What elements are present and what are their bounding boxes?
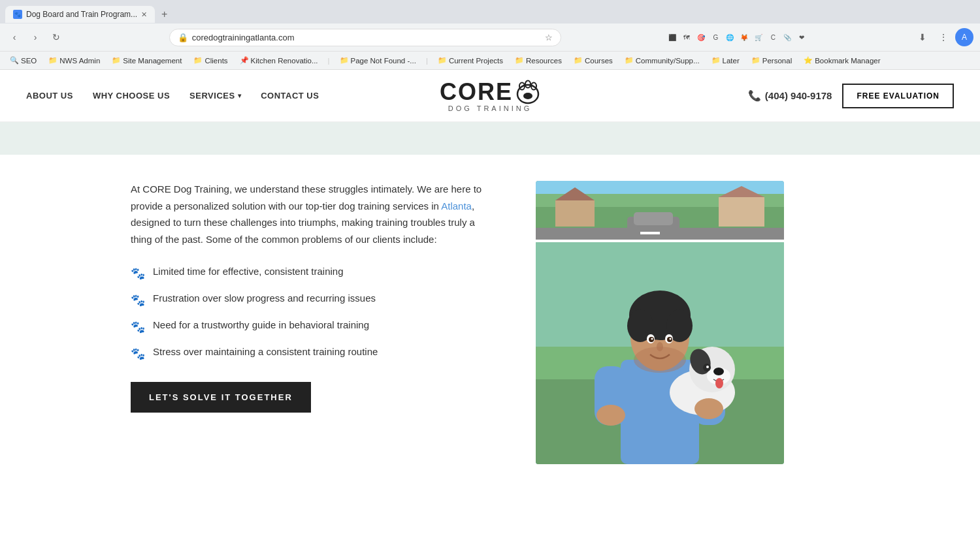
bookmark-label: Page Not Found -...: [351, 57, 416, 65]
bookmark-kitchen[interactable]: 📌 Kitchen Renovatio...: [237, 55, 321, 66]
nav-why-choose-us[interactable]: WHY CHOOSE US: [93, 91, 170, 101]
url-text: coredogtrainingatlanta.com: [192, 33, 295, 42]
bookmark-label: Current Projects: [449, 57, 503, 65]
bookmark-label: Resources: [526, 57, 562, 65]
paw-bullet-icon: 🐾: [131, 293, 145, 307]
back-button[interactable]: ‹: [7, 29, 22, 45]
list-item: 🐾 Stress over maintaining a consistent t…: [131, 346, 497, 361]
ext-icon-5[interactable]: 🌐: [723, 31, 736, 44]
bookmark-current[interactable]: 📁 Current Projects: [434, 55, 506, 66]
svg-point-34: [634, 347, 686, 373]
bookmark-resources[interactable]: 📁 Resources: [512, 55, 565, 66]
bookmark-later[interactable]: 📁 Later: [708, 55, 743, 66]
separator: |: [328, 57, 330, 65]
tab-bar: 🐾 Dog Board and Train Program... ✕ +: [0, 0, 980, 24]
services-label: SERVICES: [189, 91, 235, 101]
problem-text: Stress over maintaining a consistent tra…: [153, 346, 378, 357]
star-icon[interactable]: ☆: [545, 33, 553, 42]
dogs-decoration: [0, 529, 327, 551]
bookmark-label: Bookmark Manager: [815, 57, 880, 65]
phone-number: (404) 940-9178: [765, 90, 832, 101]
browser-chrome: 🐾 Dog Board and Train Program... ✕ + ‹ ›…: [0, 0, 980, 70]
bookmark-icon: 📁: [193, 56, 203, 65]
bookmark-label: Clients: [204, 57, 227, 65]
forward-button[interactable]: ›: [27, 29, 43, 45]
ext-icon-10[interactable]: ❤: [795, 31, 808, 44]
bookmark-pagenotfound[interactable]: 📁 Page Not Found -...: [336, 55, 419, 66]
svg-rect-15: [640, 232, 660, 234]
bookmark-label: Community/Supp...: [636, 57, 700, 65]
tab-favicon: 🐾: [13, 10, 22, 19]
tab-close-button[interactable]: ✕: [141, 10, 147, 19]
nav-about-us[interactable]: ABOUT US: [26, 91, 73, 101]
bookmark-label: Site Management: [123, 57, 182, 65]
new-tab-button[interactable]: +: [155, 5, 174, 24]
bookmark-icon: 📁: [625, 56, 634, 65]
phone-link[interactable]: 📞 (404) 940-9178: [748, 89, 832, 102]
svg-point-43: [596, 405, 625, 426]
solve-button[interactable]: LET'S SOLVE IT TOGETHER: [131, 382, 311, 413]
bookmark-personal[interactable]: 📁 Personal: [748, 55, 795, 66]
bookmark-label: SEO: [21, 57, 37, 65]
lock-icon: 🔒: [178, 33, 188, 42]
problem-text: Frustration over slow progress and recur…: [153, 292, 376, 304]
intro-paragraph: At CORE Dog Training, we understand thes…: [131, 181, 497, 247]
svg-rect-8: [555, 200, 595, 227]
free-evaluation-button[interactable]: FREE EVALUATION: [842, 84, 954, 108]
bookmark-icon: 📁: [751, 56, 760, 65]
intro-text-start: At CORE Dog Training, we understand thes…: [131, 183, 482, 212]
bookmark-icon: 📁: [340, 56, 349, 65]
navbar: ABOUT US WHY CHOOSE US SERVICES ▾ CONTAC…: [0, 70, 980, 122]
trainer-photo: [536, 242, 784, 464]
bookmark-clients[interactable]: 📁 Clients: [190, 55, 231, 66]
svg-point-41: [706, 366, 709, 368]
bookmark-label: Personal: [762, 57, 792, 65]
bookmark-courses[interactable]: 📁 Courses: [570, 55, 616, 66]
bookmark-label: Later: [723, 57, 740, 65]
bookmark-community[interactable]: 📁 Community/Supp...: [621, 55, 703, 66]
bookmark-icon: 📌: [240, 56, 249, 65]
logo-text: CORE: [440, 80, 513, 104]
address-bar-row: ‹ › ↻ 🔒 coredogtrainingatlanta.com ☆ ⬛ 🗺…: [0, 24, 980, 51]
ext-icon-8[interactable]: C: [766, 31, 779, 44]
menu-button[interactable]: ⋮: [934, 28, 953, 46]
svg-point-32: [670, 338, 672, 340]
logo-sub: DOG TRAINING: [448, 104, 532, 112]
bookmark-seo[interactable]: 🔍 SEO: [7, 55, 40, 66]
profile-button[interactable]: A: [955, 28, 973, 46]
ext-icon-9[interactable]: 📎: [781, 31, 794, 44]
landscape-image: [536, 181, 784, 240]
bookmark-manager[interactable]: ⭐ Bookmark Manager: [800, 55, 883, 66]
trainer-svg: [536, 242, 784, 464]
ext-icon-1[interactable]: ⬛: [666, 31, 679, 44]
active-tab[interactable]: 🐾 Dog Board and Train Program... ✕: [5, 6, 155, 23]
address-icons: ☆: [545, 33, 553, 42]
bookmark-site[interactable]: 📁 Site Management: [108, 55, 185, 66]
bookmark-icon: 📁: [711, 56, 721, 65]
list-item: 🐾 Need for a trustworthy guide in behavi…: [131, 319, 497, 334]
ext-icon-4[interactable]: G: [709, 31, 722, 44]
bookmarks-bar: 🔍 SEO 📁 NWS Admin 📁 Site Management 📁 Cl…: [0, 51, 980, 69]
separator: |: [426, 57, 428, 65]
ext-icon-2[interactable]: 🗺: [680, 31, 693, 44]
website: ABOUT US WHY CHOOSE US SERVICES ▾ CONTAC…: [0, 70, 980, 551]
reload-button[interactable]: ↻: [48, 29, 64, 45]
svg-point-31: [651, 338, 653, 340]
ext-icon-7[interactable]: 🛒: [752, 31, 765, 44]
problems-list: 🐾 Limited time for effective, consistent…: [131, 266, 497, 361]
ext-icon-3[interactable]: 🎯: [694, 31, 708, 44]
bookmark-icon: 📁: [48, 56, 57, 65]
nav-contact-us[interactable]: CONTACT US: [261, 91, 319, 101]
address-bar[interactable]: 🔒 coredogtrainingatlanta.com ☆: [169, 29, 561, 46]
nav-links-left: ABOUT US WHY CHOOSE US SERVICES ▾ CONTAC…: [26, 91, 319, 101]
phone-icon: 📞: [748, 89, 761, 102]
ext-icon-6[interactable]: 🦊: [738, 31, 751, 44]
atlanta-link[interactable]: Atlanta: [441, 200, 472, 212]
nav-services[interactable]: SERVICES ▾: [189, 91, 241, 101]
bookmark-nws[interactable]: 📁 NWS Admin: [45, 55, 103, 66]
site-logo[interactable]: CORE DOG TRAINING: [440, 80, 540, 112]
downloads-button[interactable]: ⬇: [913, 28, 932, 46]
bookmark-label: Kitchen Renovatio...: [251, 57, 318, 65]
nav-right: 📞 (404) 940-9178 FREE EVALUATION: [748, 84, 954, 108]
content-right: [536, 181, 784, 464]
